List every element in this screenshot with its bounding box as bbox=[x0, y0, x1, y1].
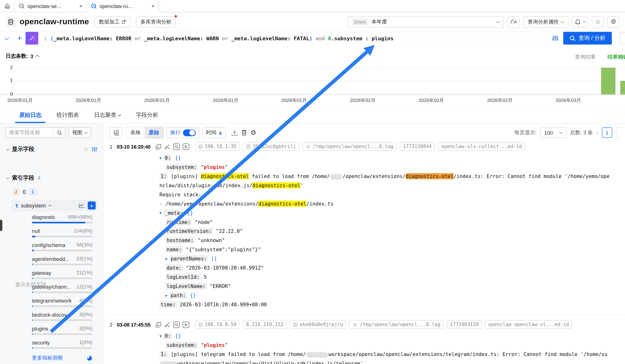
livetail-icon[interactable] bbox=[182, 143, 189, 150]
query-collapse-button[interactable] bbox=[0, 37, 14, 39]
log-tag[interactable]: IP198.19.1.35 bbox=[195, 142, 240, 151]
field-value-name[interactable]: config/schema bbox=[32, 242, 65, 248]
log-line[interactable]: date: "2026-03-10T08:20:40.991Z" bbox=[159, 263, 625, 272]
field-value-row[interactable]: diagnostic999+(88%) bbox=[32, 214, 92, 228]
field-value-name[interactable]: agent/embedd... bbox=[32, 256, 69, 262]
next-page-button[interactable] bbox=[616, 127, 621, 138]
raw-mode-button[interactable]: 原始 bbox=[145, 127, 163, 138]
scissors-icon[interactable] bbox=[164, 144, 170, 149]
trash-icon[interactable] bbox=[241, 130, 247, 136]
chip-zero[interactable]: 0 bbox=[23, 189, 26, 195]
log-line[interactable]: subsystem: "plugins" bbox=[159, 340, 625, 350]
current-page-box[interactable]: 1 bbox=[602, 127, 612, 138]
field-value-row[interactable]: gateway/chann...12(1%) bbox=[32, 284, 92, 298]
histogram-bar[interactable] bbox=[620, 81, 625, 94]
log-line[interactable]: 1: [plugins] diagnostics-otel failed to … bbox=[159, 172, 625, 181]
add-field-button[interactable]: + bbox=[88, 201, 96, 210]
prev-page-button[interactable]: ‹ bbox=[596, 130, 598, 136]
log-line[interactable]: - /home/yemo/openclaw/extensions/diagnos… bbox=[159, 199, 625, 208]
log-tag[interactable]: /tmp/openclaw/opencl...0.log bbox=[302, 142, 397, 151]
tab-4[interactable]: 字段分析 bbox=[136, 112, 158, 123]
histogram-plot[interactable]: 2102026年01月2026年01月2026年01月2026年01月2026年… bbox=[0, 45, 625, 107]
browser-tab-1[interactable]: openclaw-se...× bbox=[15, 0, 87, 12]
log-tag[interactable]: 1772963158 bbox=[447, 320, 482, 329]
log-line[interactable]: ▼0: {} bbox=[159, 153, 625, 163]
log-line[interactable]: hostname: "unknown" bbox=[159, 236, 625, 245]
field-search-button[interactable] bbox=[54, 128, 65, 138]
field-value-row[interactable]: bedrock-discov...3(0%) bbox=[32, 312, 92, 326]
table-mode-button[interactable]: 表格 bbox=[126, 127, 145, 138]
display-fields-section[interactable]: 显示字段 ☆ bbox=[6, 146, 97, 153]
tab-3[interactable]: 日志聚类 bbox=[94, 112, 121, 123]
log-line[interactable]: logLevelName: "ERROR" bbox=[159, 281, 625, 291]
field-value-name[interactable]: diagnostic bbox=[32, 214, 55, 220]
more-insights-link[interactable]: 更多指标洞察 bbox=[32, 354, 92, 362]
log-line[interactable]: ▶parentNames: [] bbox=[159, 254, 625, 263]
context-view-icon[interactable] bbox=[173, 321, 180, 328]
close-icon[interactable]: × bbox=[151, 3, 155, 9]
log-line[interactable]: Require stack: bbox=[159, 190, 625, 199]
alerts-button[interactable] bbox=[572, 16, 588, 27]
wrap-switch[interactable] bbox=[183, 129, 196, 136]
field-value-row[interactable]: plugins3(0%) bbox=[32, 326, 92, 340]
close-icon[interactable]: × bbox=[79, 3, 83, 9]
livetail-icon[interactable] bbox=[182, 321, 189, 328]
field-value-name[interactable]: bedrock-discov... bbox=[32, 312, 71, 318]
data-process-button[interactable]: 数据加工 bbox=[94, 16, 130, 27]
page-size-select[interactable]: 100 bbox=[540, 127, 566, 138]
log-line[interactable]: subsystem: "plugins" bbox=[159, 163, 625, 172]
tab-1[interactable]: 原始日志 bbox=[19, 112, 41, 123]
filter-sliders-icon[interactable] bbox=[552, 35, 559, 41]
copilot-button[interactable] bbox=[26, 32, 38, 45]
log-line[interactable]: name: "{"subsystem":"plugins"}" bbox=[159, 245, 625, 254]
settings-button[interactable]: ⚙ bbox=[608, 16, 620, 27]
query-side-button[interactable] bbox=[620, 32, 625, 44]
line-chart-icon[interactable] bbox=[78, 203, 85, 208]
field-value-row[interactable]: null104(6%) bbox=[32, 228, 92, 242]
context-view-icon[interactable] bbox=[173, 143, 180, 150]
wrap-toggle[interactable]: 换行 bbox=[167, 127, 199, 138]
star-icon[interactable]: ☆ bbox=[83, 146, 88, 153]
log-line[interactable]: nclaw/dist/plugin-sdk/index.js/diagnosti… bbox=[159, 181, 625, 190]
log-settings-gear-icon[interactable]: ⚙ bbox=[250, 129, 256, 136]
scissors-icon[interactable] bbox=[164, 322, 170, 328]
gauge-button[interactable] bbox=[507, 16, 520, 27]
copy-icon[interactable] bbox=[155, 144, 161, 149]
field-value-name[interactable]: null bbox=[32, 228, 40, 234]
field-value-row[interactable]: gateway21(1%) bbox=[32, 270, 92, 284]
field-search-input[interactable]: 搜索字段名称 bbox=[6, 127, 65, 138]
field-value-row[interactable]: config/schema58(3%) bbox=[32, 242, 92, 256]
log-line[interactable]: ▶path: {} bbox=[159, 291, 625, 300]
log-tag[interactable]: 1773130844 bbox=[400, 142, 435, 151]
log-line[interactable]: logLevelId: 5 bbox=[159, 272, 625, 281]
log-line[interactable]: time: 2026-03-10T16:20:40.999+08:00 bbox=[159, 300, 625, 309]
log-tag[interactable]: 35cs2uc6gbhrilj bbox=[243, 142, 299, 151]
log-tag[interactable]: openclaw openclaw-sl...ed-id bbox=[485, 320, 572, 329]
json-type-chip[interactable]: J bbox=[12, 188, 20, 196]
field-value-name[interactable]: gateway bbox=[32, 270, 51, 276]
field-value-name[interactable]: plugins bbox=[32, 326, 48, 332]
field-value-row[interactable]: security1(0%) bbox=[32, 340, 92, 354]
browser-tab-2[interactable]: openclaw-ru...× bbox=[87, 0, 159, 12]
log-line[interactable]: runtimeVersion: "22.22.0" bbox=[159, 226, 625, 236]
home-button[interactable] bbox=[0, 0, 15, 12]
field-value-name[interactable]: gateway/chann... bbox=[32, 284, 71, 290]
add-query-tab-button[interactable]: + bbox=[14, 34, 26, 43]
log-tag[interactable]: IP198.19.0.59 bbox=[195, 320, 240, 329]
view-dropdown[interactable]: 视图 bbox=[69, 127, 91, 138]
field-value-row[interactable]: telegram/network4(0%) bbox=[32, 298, 92, 312]
log-tag[interactable]: /tmp/openclaw/opencl...8.log bbox=[349, 320, 443, 329]
field-value-row[interactable]: agent/embedd...23(1%) bbox=[32, 256, 92, 270]
chip-one[interactable]: 1 bbox=[29, 188, 36, 196]
log-line[interactable]: runtime: "node" bbox=[159, 217, 625, 226]
log-line[interactable]: ▼_meta: {} bbox=[159, 208, 625, 218]
field-settings-icon[interactable] bbox=[92, 146, 97, 152]
copy-icon[interactable] bbox=[155, 322, 161, 328]
download-icon[interactable] bbox=[231, 130, 238, 136]
log-tag[interactable]: 8.216.119.152 bbox=[243, 320, 286, 329]
log-line[interactable]: workspace/openclaw/openclaw/dist/plugin-… bbox=[159, 359, 625, 364]
tab-2[interactable]: 统计图表 bbox=[57, 112, 79, 123]
panel-collapse-handle[interactable] bbox=[0, 220, 2, 231]
log-line[interactable]: ▼0: {} bbox=[159, 331, 625, 340]
collapse-all-button[interactable] bbox=[110, 127, 123, 138]
